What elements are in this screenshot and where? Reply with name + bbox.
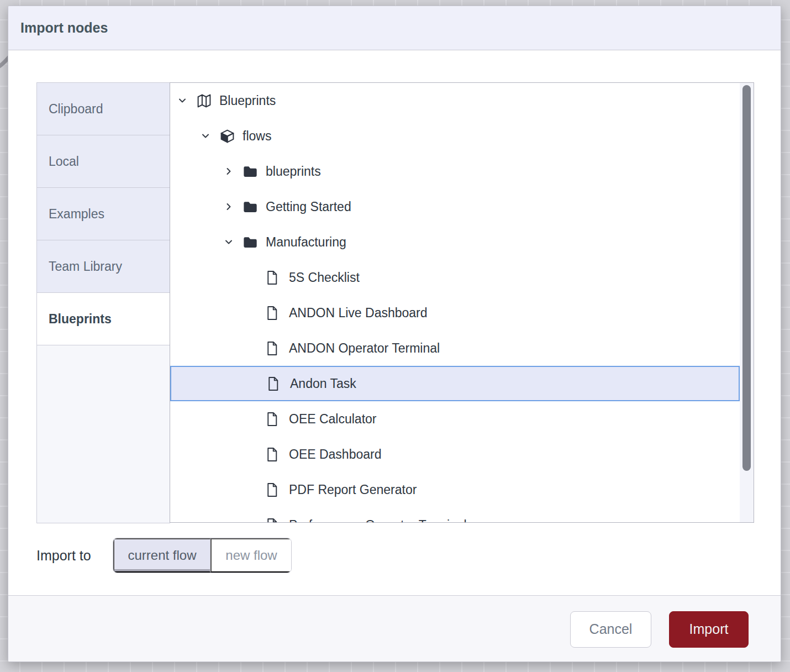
import-button[interactable]: Import xyxy=(669,611,749,648)
sidebar-item-team-library[interactable]: Team Library xyxy=(36,240,170,293)
tree-item-5s-checklist[interactable]: 5S Checklist xyxy=(170,260,740,295)
tree-item-label: Blueprints xyxy=(219,93,276,108)
import-to-label: Import to xyxy=(36,548,91,564)
folder-icon xyxy=(242,164,266,179)
map-icon xyxy=(196,93,219,109)
file-icon xyxy=(265,482,289,498)
tree-item-manufacturing[interactable]: Manufacturing xyxy=(170,224,740,260)
dialog-title: Import nodes xyxy=(20,20,108,36)
sidebar-item-clipboard[interactable]: Clipboard xyxy=(36,82,170,135)
tree-item-label: flows xyxy=(243,129,271,144)
dialog-header: Import nodes xyxy=(8,6,781,50)
tree-item-label: Performance Operator Terminal xyxy=(289,518,467,523)
tree-item-label: OEE Calculator xyxy=(289,412,377,427)
file-icon xyxy=(265,340,289,356)
tree-item-label: ANDON Operator Terminal xyxy=(289,341,440,356)
dialog-footer: Cancel Import xyxy=(8,595,781,662)
tree-item-label: ANDON Live Dashboard xyxy=(289,306,428,321)
tree-item-getting-started[interactable]: Getting Started xyxy=(170,189,740,224)
sidebar-item-label: Clipboard xyxy=(49,102,103,117)
import-target-toggle: current flow new flow xyxy=(113,538,292,573)
file-icon xyxy=(265,447,289,463)
dialog-body: Clipboard Local Examples Team Library Bl… xyxy=(8,50,781,662)
file-icon xyxy=(266,376,290,392)
library-tree: Blueprints flows blueprints Getting Star… xyxy=(170,83,740,522)
chevron-down-icon xyxy=(177,95,196,106)
file-icon xyxy=(265,517,289,523)
chevron-right-icon xyxy=(223,166,242,177)
tree-item-label: OEE Dashboard xyxy=(289,447,381,462)
sidebar-item-blueprints[interactable]: Blueprints xyxy=(36,292,170,345)
chevron-down-icon xyxy=(223,237,242,248)
segment-label: new flow xyxy=(225,548,277,563)
tree-item-label: Getting Started xyxy=(266,200,351,214)
tree-item-label: PDF Report Generator xyxy=(289,482,417,497)
tree-item-label: blueprints xyxy=(266,164,321,179)
library-tree-panel: Blueprints flows blueprints Getting Star… xyxy=(170,82,754,523)
scrollbar-thumb[interactable] xyxy=(742,85,751,471)
sidebar-item-label: Blueprints xyxy=(49,312,112,327)
tree-item-flows[interactable]: flows xyxy=(170,118,740,154)
chevron-down-icon xyxy=(200,130,219,141)
import-to-current-flow-button[interactable]: current flow xyxy=(113,538,210,573)
tree-item-blueprints[interactable]: Blueprints xyxy=(170,83,740,118)
folder-icon xyxy=(242,200,266,214)
sidebar-item-examples[interactable]: Examples xyxy=(36,187,170,240)
import-to-new-flow-button[interactable]: new flow xyxy=(210,538,291,573)
tree-item-andon-live-dashboard[interactable]: ANDON Live Dashboard xyxy=(170,295,740,330)
tree-item-oee-calculator[interactable]: OEE Calculator xyxy=(170,401,740,437)
chevron-right-icon xyxy=(223,201,242,212)
tree-item-andon-task[interactable]: Andon Task xyxy=(170,366,740,401)
segment-label: current flow xyxy=(128,548,196,563)
tree-item-label: Andon Task xyxy=(290,376,356,391)
file-icon xyxy=(265,270,289,286)
import-nodes-dialog: Import nodes Clipboard Local Examples Te… xyxy=(8,6,781,662)
sidebar-tabs: Clipboard Local Examples Team Library Bl… xyxy=(36,82,170,523)
sidebar-item-label: Local xyxy=(49,154,79,169)
sidebar-item-label: Team Library xyxy=(49,259,122,274)
tree-item-performance-operator-terminal[interactable]: Performance Operator Terminal xyxy=(170,507,740,522)
tree-item-blueprints[interactable]: blueprints xyxy=(170,154,740,189)
tree-scrollbar[interactable] xyxy=(740,83,754,522)
tree-item-oee-dashboard[interactable]: OEE Dashboard xyxy=(170,437,740,472)
tree-item-pdf-report-generator[interactable]: PDF Report Generator xyxy=(170,472,740,507)
sidebar-tabs-filler xyxy=(36,345,170,523)
sidebar-item-label: Examples xyxy=(49,207,104,222)
package-icon xyxy=(219,128,243,144)
file-icon xyxy=(265,305,289,321)
tree-item-label: Manufacturing xyxy=(266,235,346,250)
sidebar-item-local[interactable]: Local xyxy=(36,135,170,188)
tree-item-andon-operator-terminal[interactable]: ANDON Operator Terminal xyxy=(170,330,740,366)
tree-item-label: 5S Checklist xyxy=(289,270,360,285)
folder-icon xyxy=(242,235,266,250)
cancel-button[interactable]: Cancel xyxy=(570,611,651,648)
file-icon xyxy=(265,411,289,427)
